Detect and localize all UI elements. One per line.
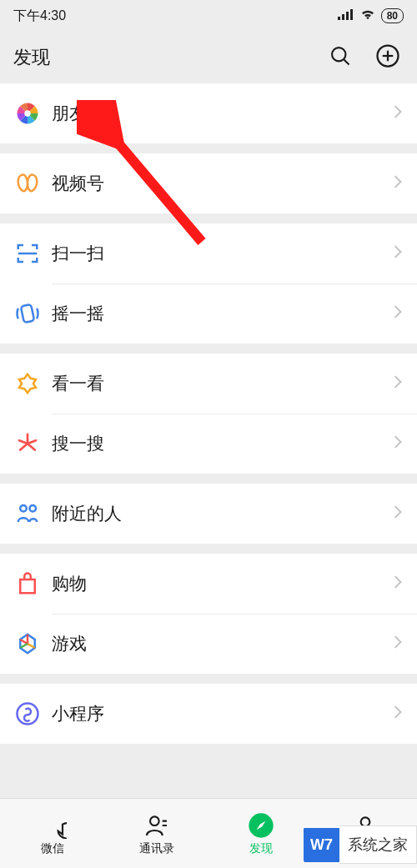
tab-label: 发现 bbox=[249, 841, 273, 856]
row-games[interactable]: 游戏 bbox=[0, 614, 417, 674]
row-search[interactable]: 搜一搜 bbox=[0, 414, 417, 474]
wifi-icon bbox=[359, 8, 376, 23]
chevron-right-icon bbox=[394, 375, 402, 392]
signal-icon bbox=[338, 8, 354, 23]
row-label: 小程序 bbox=[52, 702, 394, 725]
tab-label: 通讯录 bbox=[139, 841, 174, 856]
top-stories-icon bbox=[15, 371, 52, 396]
chat-icon bbox=[38, 811, 67, 840]
svg-point-9 bbox=[24, 110, 31, 117]
svg-point-17 bbox=[30, 505, 37, 512]
svg-rect-3 bbox=[350, 9, 353, 20]
chevron-right-icon bbox=[394, 575, 402, 592]
chevron-right-icon bbox=[394, 305, 402, 322]
row-channels[interactable]: 视频号 bbox=[0, 153, 417, 213]
channels-icon bbox=[15, 171, 52, 196]
tab-contacts[interactable]: 通讯录 bbox=[104, 799, 208, 868]
row-miniprograms[interactable]: 小程序 bbox=[0, 684, 417, 744]
watermark-text: 系统之家 bbox=[339, 825, 417, 864]
svg-point-4 bbox=[332, 48, 345, 61]
header: 发现 bbox=[0, 32, 417, 83]
nearby-icon bbox=[15, 501, 52, 526]
watermark-logo: W7 bbox=[304, 828, 339, 862]
chevron-right-icon bbox=[394, 175, 402, 192]
svg-point-20 bbox=[150, 816, 159, 825]
moments-icon bbox=[15, 101, 52, 126]
row-top-stories[interactable]: 看一看 bbox=[0, 354, 417, 414]
svg-rect-10 bbox=[21, 304, 34, 323]
tab-label: 微信 bbox=[41, 841, 64, 856]
row-label: 朋友圈 bbox=[52, 102, 394, 125]
row-label: 视频号 bbox=[52, 172, 394, 195]
search-icon[interactable] bbox=[329, 44, 352, 71]
tab-discover[interactable]: 发现 bbox=[208, 799, 313, 868]
search-row-icon bbox=[15, 431, 52, 456]
chevron-right-icon bbox=[394, 635, 402, 652]
row-label: 购物 bbox=[52, 572, 394, 595]
miniprogram-icon bbox=[15, 701, 52, 726]
discover-icon bbox=[247, 811, 275, 840]
row-label: 扫一扫 bbox=[52, 242, 394, 265]
battery-indicator: 80 bbox=[381, 8, 404, 23]
row-nearby[interactable]: 附近的人 bbox=[0, 484, 417, 544]
chevron-right-icon bbox=[394, 245, 402, 262]
chevron-right-icon bbox=[394, 705, 402, 722]
row-label: 看一看 bbox=[52, 372, 394, 395]
row-shopping[interactable]: 购物 bbox=[0, 554, 417, 614]
status-time: 下午4:30 bbox=[13, 8, 66, 25]
svg-rect-0 bbox=[338, 17, 340, 20]
row-shake[interactable]: 摇一摇 bbox=[0, 283, 417, 344]
chevron-right-icon bbox=[394, 435, 402, 452]
discover-list: 朋友圈 视频号 扫一扫 摇一摇 bbox=[0, 83, 417, 744]
row-label: 摇一摇 bbox=[52, 302, 394, 325]
row-scan[interactable]: 扫一扫 bbox=[0, 223, 417, 283]
chevron-right-icon bbox=[394, 505, 402, 522]
watermark: W7 系统之家 bbox=[304, 825, 417, 865]
scan-icon bbox=[15, 241, 52, 266]
shopping-icon bbox=[15, 571, 52, 596]
chevron-right-icon bbox=[394, 105, 402, 122]
status-right: 80 bbox=[338, 8, 404, 23]
games-icon bbox=[15, 631, 52, 656]
svg-rect-2 bbox=[346, 12, 349, 20]
svg-rect-1 bbox=[342, 14, 344, 20]
shake-icon bbox=[15, 301, 52, 326]
svg-line-13 bbox=[28, 444, 35, 450]
status-bar: 下午4:30 80 bbox=[0, 0, 417, 32]
svg-point-16 bbox=[20, 505, 27, 512]
row-label: 游戏 bbox=[52, 632, 394, 655]
svg-line-15 bbox=[19, 440, 28, 444]
row-label: 附近的人 bbox=[52, 502, 394, 525]
page-title: 发现 bbox=[13, 45, 329, 70]
svg-line-5 bbox=[344, 59, 349, 64]
svg-line-14 bbox=[20, 444, 28, 450]
row-label: 搜一搜 bbox=[52, 432, 394, 455]
row-moments[interactable]: 朋友圈 bbox=[0, 83, 417, 143]
contacts-icon bbox=[143, 811, 171, 840]
svg-line-12 bbox=[28, 440, 36, 444]
add-icon[interactable] bbox=[375, 43, 400, 72]
tab-chats[interactable]: 微信 bbox=[0, 799, 104, 868]
